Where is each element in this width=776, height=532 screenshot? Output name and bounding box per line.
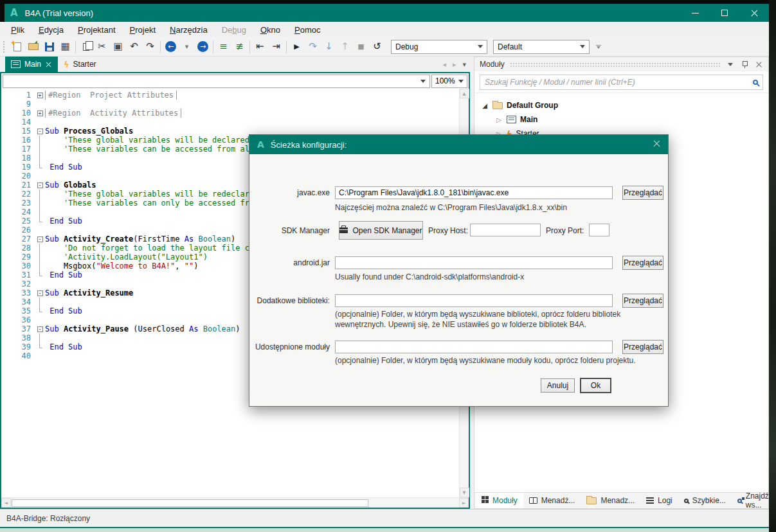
horizontal-scroll-thumb[interactable] (12, 499, 368, 507)
tree-collapse-icon[interactable]: ◢ (481, 102, 489, 109)
open-project-button[interactable] (25, 39, 41, 55)
scroll-down-icon[interactable]: ▼ (460, 488, 469, 497)
code-line-14[interactable]: 14 (1, 118, 459, 127)
shared-modules-input[interactable] (335, 341, 613, 353)
menu-projektant[interactable]: Projektant (71, 25, 123, 35)
prev-tab-icon[interactable]: ◂ (442, 60, 446, 69)
scroll-left-icon[interactable]: ◄ (1, 498, 11, 508)
menu-debug[interactable]: Debug (215, 25, 253, 35)
run-button[interactable]: ▶ (289, 39, 305, 55)
chevron-down-icon (420, 80, 426, 83)
menu-edycja[interactable]: Edycja (32, 25, 71, 35)
javac-path-input[interactable] (335, 186, 613, 199)
proxy-host-input[interactable] (470, 224, 541, 236)
menu-projekt[interactable]: Projekt (123, 25, 163, 35)
step-into-button[interactable]: ↓ (321, 39, 337, 55)
panel-close-button[interactable] (754, 60, 763, 69)
minimize-button[interactable] (680, 4, 710, 22)
panel-tab-menadz[interactable]: Menadz... (581, 493, 640, 508)
stop-button[interactable]: ■ (353, 39, 369, 55)
maximize-button[interactable] (710, 4, 739, 22)
android-jar-browse-button[interactable]: Przeglądać (622, 256, 663, 270)
tab-main[interactable]: Main (5, 57, 58, 72)
panel-tab-menad[interactable]: Menadż... (523, 493, 581, 508)
shared-modules-browse-button[interactable]: Przeglądać (622, 340, 663, 354)
close-tab-icon[interactable] (46, 62, 51, 67)
open-sdk-manager-button[interactable]: Open SDK Manager (339, 221, 423, 240)
dialog-title-bar[interactable]: A Ścieżka konfiguracji: (249, 135, 668, 154)
zoom-dropdown[interactable]: 100% (431, 75, 467, 88)
panel-tab-szybkie[interactable]: Szybkie... (678, 493, 732, 508)
debug-mode-dropdown[interactable]: Debug (391, 40, 487, 54)
menu-pomoc[interactable]: Pomoc (287, 25, 327, 35)
fold-expand-icon[interactable]: + (37, 111, 43, 116)
code-line-10[interactable]: 10+#Region Activity Attributes (1, 109, 459, 118)
step-over-button[interactable]: ↷ (305, 39, 321, 55)
module-search-input[interactable] (485, 78, 749, 87)
menu-okno[interactable]: Okno (253, 25, 287, 35)
copy-button[interactable] (78, 39, 94, 55)
toolbar-overflow-button[interactable] (596, 45, 601, 49)
javac-browse-button[interactable]: Przeglądać (622, 186, 663, 200)
menu-plik[interactable]: Plik (4, 25, 32, 35)
back-dropdown-button[interactable]: ▾ (179, 39, 195, 55)
indent-button[interactable]: ⇥ (268, 39, 284, 55)
panel-tab-znajd-ws[interactable]: Znajdź ws... (732, 493, 775, 508)
line-number: 18 (1, 154, 35, 163)
cut-button[interactable]: ✂ (94, 39, 110, 55)
horizontal-scrollbar[interactable]: ◄ ► (1, 497, 469, 508)
fold-collapse-icon[interactable]: - (37, 129, 43, 134)
build-config-dropdown[interactable]: Default (493, 40, 590, 54)
uncomment-button[interactable]: ≢ (231, 39, 248, 55)
fold-collapse-icon[interactable]: - (37, 290, 43, 296)
dialog-close-button[interactable] (653, 140, 660, 149)
cancel-button[interactable]: Anuluj (541, 378, 575, 393)
close-button[interactable] (739, 4, 769, 22)
tree-item-default-group[interactable]: ◢Default Group (477, 98, 766, 112)
code-line-1[interactable]: 1+#Region Project Attributes (1, 91, 459, 100)
panel-tab-modu-y[interactable]: Moduły (476, 493, 523, 508)
module-search-box[interactable] (480, 75, 763, 90)
fold-collapse-icon[interactable]: - (37, 182, 43, 188)
bridge-status: B4A-Bridge: Rozłączony (6, 514, 90, 523)
scroll-up-icon[interactable]: ▲ (460, 89, 469, 98)
redo-button[interactable]: ↷ (142, 39, 158, 55)
panel-tab-label: Moduły (492, 496, 518, 505)
new-file-button[interactable] (9, 39, 25, 55)
toolbar-grip[interactable] (3, 41, 6, 53)
title-bar: A B4A (Trial version) (0, 4, 769, 22)
navigate-back-button[interactable]: ← (163, 39, 179, 55)
paste-button[interactable]: ▣ (110, 39, 126, 55)
outdent-button[interactable]: ⇤ (252, 39, 268, 55)
code-line-9[interactable]: 9 (1, 100, 459, 109)
menu-narz-dzia[interactable]: Narzędzia (163, 25, 215, 35)
scroll-right-icon[interactable]: ► (459, 498, 469, 508)
panel-collapse-button[interactable] (726, 60, 735, 69)
restart-button[interactable]: ↺ (369, 39, 385, 55)
panel-tab-logi[interactable]: Logi (640, 493, 678, 508)
package-button[interactable]: ▦ (57, 39, 73, 55)
additional-libs-input[interactable] (335, 294, 613, 307)
next-tab-icon[interactable]: ▸ (453, 60, 456, 69)
tree-expand-icon[interactable]: ▷ (495, 116, 503, 123)
fold-column: - (35, 181, 45, 190)
undo-button[interactable]: ↶ (126, 39, 142, 55)
tab-starter[interactable]: ϟStarter (58, 57, 102, 72)
fold-collapse-icon[interactable]: - (37, 236, 43, 242)
fold-collapse-icon[interactable]: - (37, 326, 43, 332)
comment-button[interactable]: ≡ (215, 39, 231, 55)
panel-drag-texture[interactable] (510, 62, 721, 67)
fold-expand-icon[interactable]: + (37, 93, 43, 98)
save-button[interactable] (41, 39, 57, 55)
additional-libs-browse-button[interactable]: Przeglądać (622, 294, 663, 308)
ok-button[interactable]: Ok (580, 378, 611, 393)
window-controls (680, 4, 769, 22)
tab-list-dropdown-icon[interactable]: ▾ (462, 60, 466, 69)
android-jar-input[interactable] (335, 256, 613, 269)
tree-item-main[interactable]: ▷Main (477, 112, 766, 127)
step-out-button[interactable]: ↑ (337, 39, 353, 55)
panel-pin-button[interactable] (740, 60, 749, 69)
procedure-dropdown[interactable] (3, 75, 430, 88)
navigate-forward-button[interactable]: → (195, 39, 211, 55)
proxy-port-input[interactable] (589, 224, 609, 236)
